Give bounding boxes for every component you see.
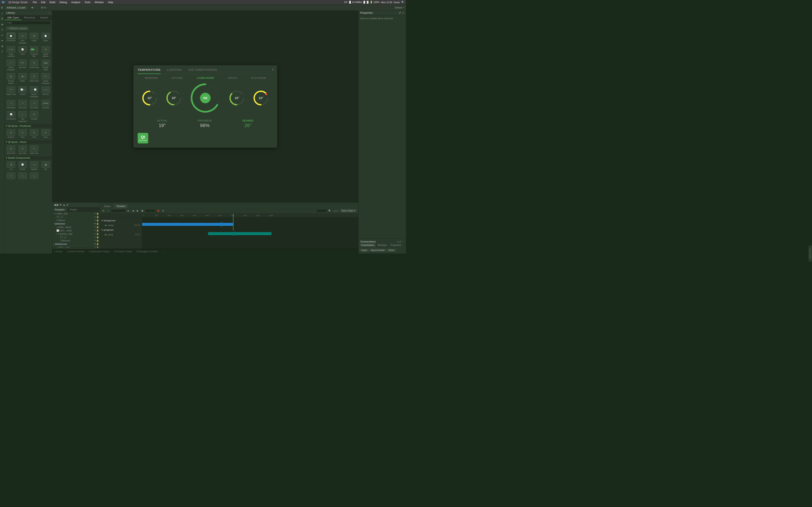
timeline-stop-btn[interactable]: ⏹	[140, 209, 144, 213]
library-item-border[interactable]: ⬜ Border	[17, 161, 28, 171]
tree-lock-office1[interactable]: 🔒	[96, 219, 99, 221]
section-positioner[interactable]: ▾ Qt Quick - Positioner	[5, 124, 52, 128]
library-filter-input[interactable]	[6, 21, 51, 25]
tree-lock-t4[interactable]: 🔒	[96, 216, 99, 218]
track-label-livingroom[interactable]: ▾ livingroom	[100, 218, 142, 223]
status-appoutput[interactable]: 3 Application Output	[89, 250, 109, 252]
conn-sub-action[interactable]: Action	[387, 249, 396, 252]
tree-eye-kitchendial[interactable]: 👁	[94, 233, 96, 235]
library-item-listview[interactable]: ☰ List View	[17, 145, 28, 155]
sh-tab-temperature[interactable]: TEMPERATURE	[138, 68, 161, 74]
tree-lock-kitchen1[interactable]: 🔒	[96, 239, 99, 242]
tree-item-office1[interactable]: T office1 👁 🔒	[52, 219, 100, 222]
tree-eye-t5[interactable]: 👁	[94, 236, 96, 238]
library-item-tabbutton[interactable]: ▭ Tab Button	[5, 99, 17, 110]
toolbar-nav-fwd[interactable]: ▶	[34, 6, 35, 9]
tree-eye-officedial[interactable]: 👁	[94, 213, 96, 215]
icon-bar-assets[interactable]: ⬡	[0, 28, 4, 32]
timeline-step-back-btn[interactable]: ◀	[131, 209, 135, 213]
timeline-play-btn[interactable]: ▶	[136, 209, 140, 213]
section-studio[interactable]: ▾ Studio Components	[5, 156, 52, 160]
tab-states[interactable]: States	[101, 204, 113, 208]
timeline-position-input[interactable]: 0	[316, 209, 327, 213]
timeline-options-btn[interactable]: ☰	[161, 209, 165, 213]
add-qtquick-layouts-btn[interactable]: + QtQuick Layouts	[6, 26, 29, 30]
section-views[interactable]: ▾ Qt Quick - Views	[5, 140, 52, 144]
connections-add-icon[interactable]: +	[397, 240, 398, 243]
tree-item-kitchen1[interactable]: T kitchen1 👁 🔒	[52, 239, 100, 242]
library-tab-qmltypes[interactable]: QML Types	[5, 15, 21, 20]
tree-eye-t4[interactable]: 👁	[94, 216, 96, 218]
library-item-studio-more[interactable]: ⊙ ...	[5, 172, 17, 182]
nav-tab-project[interactable]: Project	[67, 208, 80, 212]
menu-help[interactable]: Help	[107, 1, 114, 4]
timeline-add-btn[interactable]: +	[106, 209, 110, 213]
tree-eye-bedroom[interactable]: 👁	[94, 243, 96, 245]
tree-eye-bedrasset[interactable]: 👁	[94, 246, 96, 247]
icon-bar-transform[interactable]: ⊕	[0, 44, 4, 48]
library-item-toolbutton[interactable]: ⬜ Tool Button	[5, 110, 17, 123]
track-bar-temp[interactable]	[142, 223, 233, 226]
icon-bar-tools[interactable]: ✏	[0, 34, 4, 37]
library-item-gridview[interactable]: ⊞ Grid View	[5, 145, 17, 155]
menu-analyze[interactable]: Analyze	[70, 1, 81, 4]
library-item-textfield[interactable]: ▭| Text Field	[29, 99, 40, 110]
library-item-grid[interactable]: ⊞ Grid	[29, 128, 40, 139]
track-bar-prog[interactable]	[208, 232, 271, 235]
design-mode-select[interactable]: Default	[395, 6, 402, 9]
library-item-rangeslider[interactable]: ◀▬▶ Range Slider	[40, 59, 51, 72]
tab-timeline[interactable]: Timeline	[114, 204, 128, 208]
tree-item-kitchback[interactable]: ⬜ kitch....back 👁 🔒	[52, 229, 100, 232]
connections-options-icon[interactable]: ⋮	[402, 240, 404, 243]
timeline-duration-input[interactable]: 1000	[145, 209, 156, 213]
library-item-arc[interactable]: ◔ Arc	[5, 161, 17, 171]
icon-bar-home[interactable]: ⌂	[0, 11, 4, 15]
conn-sub-target[interactable]: Target	[359, 249, 369, 252]
timeline-toggle-btn[interactable]: ⊟	[101, 209, 105, 213]
icon-bar-help[interactable]: ?	[0, 50, 4, 54]
timeline-playhead[interactable]	[233, 214, 234, 230]
navigator-arrow-left[interactable]: ◀	[54, 204, 56, 207]
conn-tab-bindings[interactable]: Bindings	[376, 243, 389, 247]
library-item-textarea[interactable]: ≡ Text Area	[17, 99, 28, 110]
track-label-temp[interactable]: ◀▶ temp 100.00	[100, 223, 142, 228]
timeline-record-btn[interactable]: ⏺	[156, 209, 160, 213]
library-item-spinbox[interactable]: ⊕⊖ Spin Box	[17, 59, 28, 72]
library-item-column[interactable]: ⊞ Column	[5, 128, 17, 139]
library-item-pathview[interactable]: ⟳ Path View	[29, 145, 40, 155]
tree-lock-t5[interactable]: 🔒	[96, 236, 99, 238]
library-item-pane[interactable]: ⬜ Pane	[17, 45, 28, 59]
navigator-arrow-right[interactable]: ▶	[57, 204, 59, 207]
menu-tools[interactable]: Tools	[84, 1, 91, 4]
sh-close-button[interactable]: ×	[272, 68, 274, 72]
sh-room-livingroom[interactable]: LIVING ROOM	[197, 77, 214, 79]
library-item-scrollview[interactable]: ⊞| Scroll View	[29, 59, 40, 72]
sh-tab-lighting[interactable]: LIGHTING	[167, 68, 182, 74]
status-compileoutput[interactable]: 4 Compile Output	[114, 250, 132, 252]
conn-tab-properties[interactable]: Properties	[389, 243, 403, 247]
menu-debug[interactable]: Debug	[59, 1, 68, 4]
track-label-prog[interactable]: ◀▶ prog 66.00	[100, 232, 142, 237]
library-item-progressbar[interactable]: Progress Bar	[29, 45, 40, 59]
tree-eye-office1[interactable]: 👁	[94, 219, 96, 221]
tree-item-kitchasset[interactable]: ▭ kitch...Asset 👁 🔒	[52, 225, 100, 229]
library-item-label[interactable]: A Label	[29, 32, 40, 45]
navigator-arrow-down[interactable]: ▼	[59, 204, 62, 207]
library-item-toolbar[interactable]: ▬▬▬ Tool Bar	[40, 99, 51, 110]
library-options-icon[interactable]: ⋮	[48, 11, 50, 14]
library-item-swipeview[interactable]: ⟺ Swipe View	[5, 86, 17, 99]
library-item-tabbar[interactable]: ▭▭▭ Tab Bar	[40, 86, 51, 99]
sh-room-kitchen[interactable]: KITCHEN	[172, 77, 183, 79]
dial-ok-button[interactable]: OK	[200, 93, 211, 103]
conn-sub-signal[interactable]: Signal Handler	[369, 249, 387, 252]
library-tab-imports[interactable]: Imports	[38, 15, 51, 20]
library-item-switchdelegate[interactable]: — ⬜ Switch Delegate	[29, 86, 40, 99]
tree-item-officedial[interactable]: ▾ ⊙ office_dial 👁 🔒	[52, 212, 100, 215]
tree-item-kitchen[interactable]: ▾ ⊟ kitchen 👁 🔒	[52, 222, 100, 225]
library-item-page[interactable]: 📄 Page	[40, 32, 51, 45]
icon-bar-components[interactable]: ◈	[0, 22, 4, 26]
navigator-arrow-up[interactable]: ▲	[63, 204, 65, 207]
status-search[interactable]: 2 Search Results	[67, 250, 85, 252]
timeline-prev-btn[interactable]: ⏮	[126, 209, 130, 213]
tree-lock-kitchen[interactable]: 🔒	[96, 223, 99, 225]
